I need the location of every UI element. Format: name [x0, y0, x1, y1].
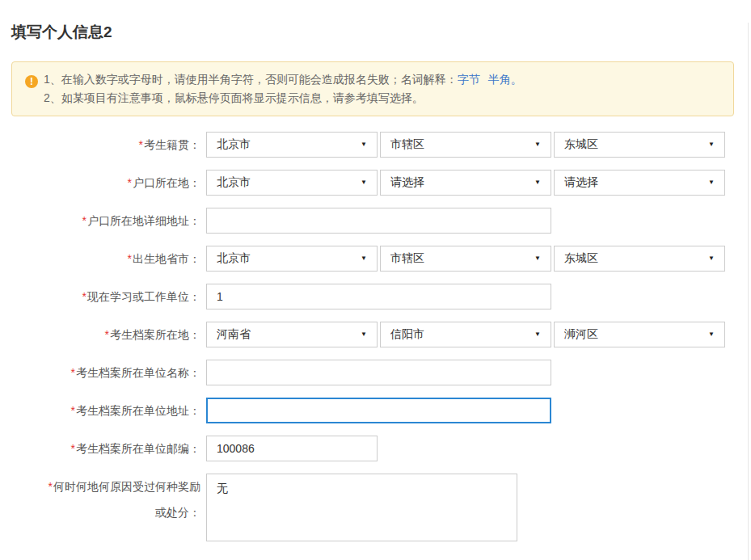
notice-line-1: !1、在输入数字或字母时，请使用半角字符，否则可能会造成报名失败；名词解释：字节… [25, 70, 720, 89]
field-label: *考生籍贯： [11, 132, 200, 158]
personal-info-form: *考生籍贯： 北京市 ▼ 市辖区 ▼ 东城区 ▼ *户口所在地： [0, 132, 748, 541]
chevron-down-icon: ▼ [361, 254, 367, 263]
field-label: *考生档案所在单位地址： [11, 398, 200, 423]
form-row-archive-location: *考生档案所在地： 河南省 ▼ 信阳市 ▼ 浉河区 ▼ [0, 322, 748, 347]
form-row-archive-unit-postcode: *考生档案所在单位邮编： [0, 436, 748, 461]
chevron-down-icon: ▼ [708, 178, 715, 187]
required-marker: * [105, 328, 109, 341]
chevron-down-icon: ▼ [534, 254, 541, 263]
reward-punishment-textarea[interactable]: 无 [206, 474, 517, 541]
select-birthplace-district[interactable]: 东城区 ▼ [554, 246, 725, 272]
required-marker: * [128, 176, 132, 189]
form-row-birthplace: *出生地省市： 北京市 ▼ 市辖区 ▼ 东城区 ▼ [0, 246, 748, 272]
chevron-down-icon: ▼ [361, 178, 367, 187]
form-row-archive-unit-name: *考生档案所在单位名称： [0, 360, 748, 385]
select-hukou-city[interactable]: 请选择 ▼ [380, 170, 551, 196]
select-native-place-city[interactable]: 市辖区 ▼ [380, 132, 551, 158]
archive-unit-name-input[interactable] [206, 360, 551, 385]
select-archive-city[interactable]: 信阳市 ▼ [380, 322, 551, 347]
form-row-hukou-location: *户口所在地： 北京市 ▼ 请选择 ▼ 请选择 ▼ [0, 170, 748, 196]
select-birthplace-city[interactable]: 市辖区 ▼ [380, 246, 551, 272]
field-label: *现在学习或工作单位： [11, 284, 200, 309]
form-row-hukou-detail-address: *户口所在地详细地址： [0, 208, 748, 234]
warning-icon: ! [25, 75, 38, 88]
select-native-place-province[interactable]: 北京市 ▼ [206, 132, 378, 158]
field-label: *考生档案所在单位名称： [11, 360, 200, 385]
form-row-work-unit: *现在学习或工作单位： [0, 284, 748, 309]
required-marker: * [139, 138, 143, 151]
select-native-place-district[interactable]: 东城区 ▼ [554, 132, 725, 158]
notice-line1-text: 1、在输入数字或字母时，请使用半角字符，否则可能会造成报名失败；名词解释： [44, 73, 458, 86]
notice-line1-suffix: 。 [511, 73, 522, 86]
select-hukou-province[interactable]: 北京市 ▼ [206, 170, 378, 196]
notice-line-2: 2、如某项目有注意事项，鼠标悬停页面将显示提示信息，请参考填写选择。 [25, 89, 720, 107]
required-marker: * [82, 290, 86, 303]
chevron-down-icon: ▼ [361, 330, 367, 339]
field-label: *考生档案所在地： [11, 322, 200, 347]
required-marker: * [49, 480, 53, 493]
work-unit-input[interactable] [206, 284, 551, 309]
select-birthplace-province[interactable]: 北京市 ▼ [206, 246, 378, 272]
page-container: 填写个人信息2 !1、在输入数字或字母时，请使用半角字符，否则可能会造成报名失败… [0, 23, 749, 560]
link-byte[interactable]: 字节 [458, 73, 480, 86]
select-archive-province[interactable]: 河南省 ▼ [206, 322, 378, 347]
select-archive-district[interactable]: 浉河区 ▼ [554, 322, 725, 347]
required-marker: * [82, 214, 86, 227]
chevron-down-icon: ▼ [708, 140, 715, 149]
archive-unit-address-input[interactable] [206, 398, 551, 423]
required-marker: * [71, 442, 75, 455]
link-halfwidth[interactable]: 半角 [488, 73, 511, 86]
chevron-down-icon: ▼ [708, 330, 715, 339]
form-row-archive-unit-address: *考生档案所在单位地址： [0, 398, 748, 423]
field-label: *考生档案所在单位邮编： [11, 436, 200, 461]
field-label: *何时何地何原因受过何种奖励 或处分： [11, 474, 200, 525]
required-marker: * [128, 252, 132, 265]
field-label: *户口所在地： [11, 170, 200, 196]
chevron-down-icon: ▼ [534, 330, 541, 339]
chevron-down-icon: ▼ [534, 178, 541, 187]
form-row-native-place: *考生籍贯： 北京市 ▼ 市辖区 ▼ 东城区 ▼ [0, 132, 748, 158]
select-hukou-district[interactable]: 请选择 ▼ [554, 170, 725, 196]
chevron-down-icon: ▼ [361, 140, 367, 149]
chevron-down-icon: ▼ [534, 140, 541, 149]
field-label: *出生地省市： [11, 246, 200, 272]
archive-unit-postcode-input[interactable] [206, 436, 378, 461]
form-row-reward-punishment: *何时何地何原因受过何种奖励 或处分： 无 [0, 474, 748, 541]
chevron-down-icon: ▼ [708, 254, 715, 263]
notice-box: !1、在输入数字或字母时，请使用半角字符，否则可能会造成报名失败；名词解释：字节… [11, 61, 734, 116]
required-marker: * [71, 404, 75, 417]
hukou-detail-address-input[interactable] [206, 208, 551, 234]
required-marker: * [71, 366, 75, 379]
page-title: 填写个人信息2 [11, 23, 736, 42]
field-label: *户口所在地详细地址： [11, 208, 200, 234]
